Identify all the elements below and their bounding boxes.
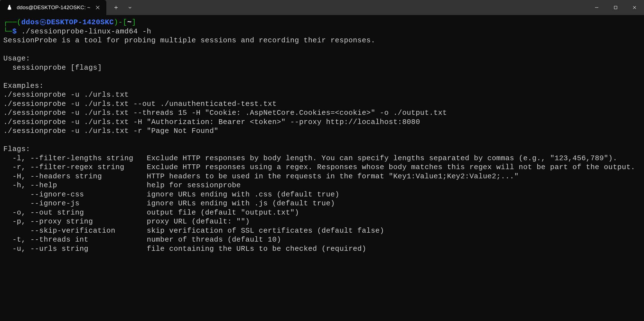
example-line: ./sessionprobe -u ./urls.txt --threads 1…	[3, 109, 447, 117]
flag-line: -o, --out string output file (default "o…	[3, 208, 299, 217]
window-controls	[587, 0, 644, 15]
flag-line: -H, --headers string HTTP headers to be …	[3, 172, 519, 181]
flag-line: -r, --filter-regex string Exclude HTTP r…	[3, 163, 635, 171]
flag-line: -t, --threads int number of threads (def…	[3, 235, 281, 244]
examples-header: Examples:	[3, 82, 44, 90]
prompt-line-1: ┌──(ddos㉿DESKTOP-1420SKC)-[~]	[3, 18, 136, 26]
tab-dropdown-button[interactable]	[123, 0, 137, 15]
close-window-button[interactable]	[625, 0, 644, 15]
flag-line: --skip-verification skip verification of…	[3, 227, 384, 235]
flags-header: Flags:	[3, 145, 30, 153]
flag-line: --ignore-js ignore URLs ending with .js …	[3, 199, 335, 208]
flag-line: -l, --filter-lengths string Exclude HTTP…	[3, 154, 617, 162]
maximize-button[interactable]	[606, 0, 625, 15]
flag-line: -h, --help help for sessionprobe	[3, 181, 241, 189]
tab-title: ddos@DESKTOP-142OSKC: ~	[17, 4, 90, 11]
new-tab-button[interactable]	[109, 0, 123, 15]
terminal-tab[interactable]: ddos@DESKTOP-142OSKC: ~	[0, 0, 106, 15]
flag-line: -u, --urls string file containing the UR…	[3, 245, 366, 253]
titlebar: ddos@DESKTOP-142OSKC: ~	[0, 0, 644, 15]
flag-line: -p, --proxy string proxy URL (default: "…	[3, 217, 250, 226]
minimize-button[interactable]	[587, 0, 606, 15]
example-line: ./sessionprobe -u ./urls.txt	[3, 91, 129, 99]
command-text: ./sessionprobe-linux-amd64 -h	[21, 27, 151, 36]
prompt-line-2: └─$ ./sessionprobe-linux-amd64 -h	[3, 27, 151, 36]
tab-close-button[interactable]	[94, 4, 101, 11]
svg-rect-0	[614, 6, 617, 9]
tux-icon	[6, 4, 13, 11]
tab-actions	[109, 0, 137, 15]
example-line: ./sessionprobe -u ./urls.txt -r "Page No…	[3, 127, 218, 135]
flag-line: --ignore-css ignore URLs ending with .cs…	[3, 190, 340, 199]
example-line: ./sessionprobe -u ./urls.txt -H "Authori…	[3, 118, 420, 126]
example-line: ./sessionprobe -u ./urls.txt --out ./una…	[3, 100, 277, 108]
usage-line: sessionprobe [flags]	[3, 64, 102, 72]
output-description: SessionProbe is a tool for probing multi…	[3, 36, 375, 45]
terminal-output[interactable]: ┌──(ddos㉿DESKTOP-1420SKC)-[~] └─$ ./sess…	[0, 15, 644, 256]
usage-header: Usage:	[3, 54, 30, 63]
